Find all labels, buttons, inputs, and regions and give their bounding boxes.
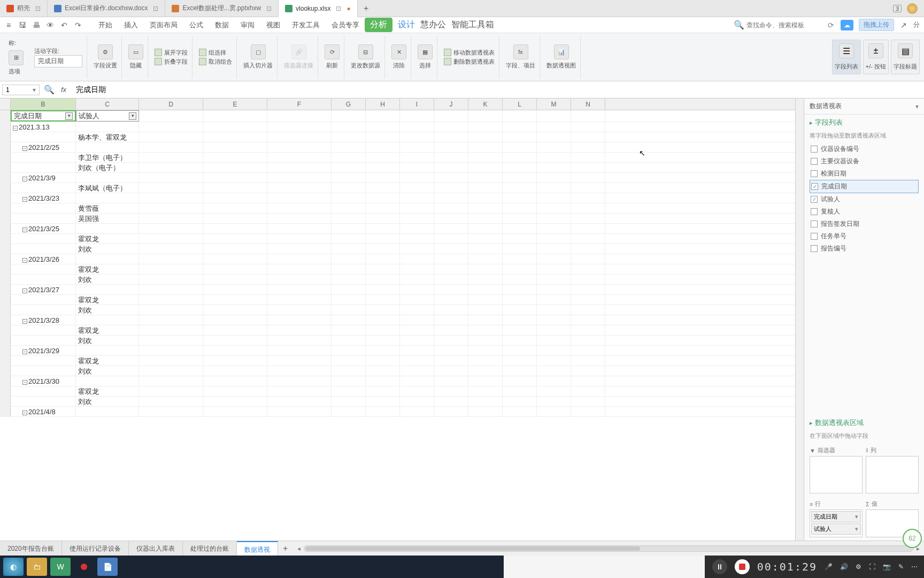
menu-item[interactable]: 公式: [189, 20, 203, 30]
menu-huiban[interactable]: 慧办公: [420, 19, 446, 31]
cell[interactable]: [366, 122, 400, 132]
cell[interactable]: [537, 356, 571, 366]
table-row[interactable]: −2021/3/9: [0, 173, 795, 183]
cell[interactable]: [203, 142, 267, 152]
cell[interactable]: [366, 407, 400, 416]
cell[interactable]: [332, 203, 366, 213]
cell[interactable]: [537, 305, 571, 315]
columns-area[interactable]: [866, 456, 919, 493]
cell[interactable]: [503, 366, 537, 376]
cell[interactable]: [571, 275, 605, 284]
cell[interactable]: [139, 386, 203, 396]
table-row[interactable]: −2021/3/29: [0, 346, 795, 356]
column-header[interactable]: J: [434, 98, 468, 110]
cell[interactable]: [571, 244, 605, 254]
cell[interactable]: [571, 142, 605, 152]
cell[interactable]: [332, 397, 366, 406]
cell[interactable]: [203, 376, 267, 386]
column-header[interactable]: G: [332, 98, 366, 110]
table-row[interactable]: −2021/3/25: [0, 224, 795, 234]
stop-recording-button[interactable]: [735, 559, 750, 574]
cloud-icon[interactable]: ☁: [841, 20, 853, 31]
cell[interactable]: [267, 386, 332, 396]
pivot-column-header[interactable]: 试验人▾: [76, 110, 139, 121]
move-pivot-button[interactable]: 移动数据透视表: [444, 49, 495, 57]
column-header[interactable]: M: [537, 98, 571, 110]
cell[interactable]: [571, 122, 605, 132]
table-row[interactable]: 霍双龙: [0, 356, 795, 366]
close-tab-icon[interactable]: ⊡: [35, 5, 41, 12]
collapse-icon[interactable]: −: [22, 319, 27, 324]
cell[interactable]: [503, 397, 537, 406]
cell[interactable]: [400, 234, 434, 244]
cell[interactable]: [203, 173, 267, 182]
cell[interactable]: [366, 153, 400, 162]
cell[interactable]: [203, 356, 267, 366]
cell[interactable]: [267, 173, 332, 182]
sheet-tab[interactable]: 仪器出入库表: [129, 541, 183, 556]
table-row[interactable]: 刘欢: [0, 275, 795, 285]
cell[interactable]: [139, 234, 203, 244]
document-tab[interactable]: Excel数据处理...贯.pptxhxw⊡: [165, 0, 279, 17]
cell[interactable]: [11, 366, 76, 376]
formula-input[interactable]: [73, 85, 922, 95]
document-icon[interactable]: 📄: [97, 558, 118, 576]
camera-icon[interactable]: 📷: [883, 563, 891, 571]
cell[interactable]: [400, 173, 434, 182]
cell[interactable]: [468, 153, 503, 162]
cell[interactable]: [267, 122, 332, 132]
area-header[interactable]: 数据透视表区域: [804, 415, 924, 431]
collapse-icon[interactable]: −: [22, 197, 27, 202]
wps-icon[interactable]: W: [50, 558, 71, 576]
table-row[interactable]: 李斌斌（电子）: [0, 183, 795, 193]
close-tab-icon[interactable]: ⊡: [336, 5, 341, 12]
pivot-field[interactable]: 主要仪器设备: [810, 155, 919, 168]
table-row[interactable]: −2021/3/30: [0, 376, 795, 386]
cell[interactable]: [332, 132, 366, 142]
cell[interactable]: [366, 244, 400, 254]
cell[interactable]: [332, 376, 366, 386]
cell[interactable]: [537, 193, 571, 203]
cell[interactable]: [366, 315, 400, 325]
cell[interactable]: [267, 376, 332, 386]
cell[interactable]: −2021/2/25: [11, 142, 76, 152]
cell[interactable]: [332, 325, 366, 335]
select-icon[interactable]: ▦: [418, 44, 433, 59]
cell[interactable]: [571, 285, 605, 294]
spreadsheet-grid[interactable]: BCDEFGHIJKLMN 完成日期▾试验人▾−2021.3.13杨本学、霍双龙…: [0, 98, 795, 541]
share-icon[interactable]: ↗: [899, 21, 908, 29]
cell[interactable]: 吴国强: [76, 214, 139, 223]
cell[interactable]: [11, 163, 76, 172]
table-row[interactable]: −2021/2/25: [0, 142, 795, 153]
cell[interactable]: [139, 142, 203, 152]
cell[interactable]: [203, 214, 267, 223]
cell[interactable]: [267, 234, 332, 244]
cell[interactable]: [332, 183, 366, 193]
active-field-value[interactable]: 完成日期: [34, 55, 82, 67]
cell[interactable]: [537, 224, 571, 233]
cell[interactable]: [267, 356, 332, 366]
cell[interactable]: [503, 203, 537, 213]
cell[interactable]: [503, 376, 537, 386]
cell[interactable]: [139, 305, 203, 315]
cell[interactable]: [332, 275, 366, 284]
cell[interactable]: [332, 234, 366, 244]
cell[interactable]: [203, 315, 267, 325]
cell[interactable]: [503, 132, 537, 142]
cell[interactable]: [434, 224, 468, 233]
cell[interactable]: [468, 122, 503, 132]
cell[interactable]: [537, 244, 571, 254]
cell[interactable]: [203, 163, 267, 172]
cell[interactable]: [468, 183, 503, 193]
cell[interactable]: [400, 163, 434, 172]
cell[interactable]: [332, 153, 366, 162]
cell[interactable]: [434, 132, 468, 142]
cell[interactable]: [434, 346, 468, 355]
upload-button[interactable]: 拖拽上传: [859, 19, 894, 31]
cell[interactable]: [366, 173, 400, 182]
table-row[interactable]: 刘欢: [0, 336, 795, 346]
table-row[interactable]: 刘欢: [0, 244, 795, 254]
column-header[interactable]: H: [366, 98, 400, 110]
field-header-toggle[interactable]: ▤字段标题: [891, 40, 920, 74]
settings-icon[interactable]: ⚙: [856, 563, 861, 571]
